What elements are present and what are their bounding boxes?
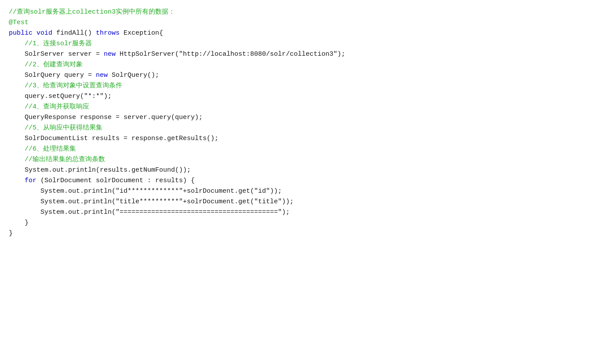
code-token <box>33 28 36 39</box>
code-token: System.out.println("title**********"+sol… <box>40 197 294 207</box>
code-line: System.out.println("title**********"+sol… <box>9 197 590 207</box>
code-block: //查询solr服务器上collection3实例中所有的数据：@Testpub… <box>9 7 590 364</box>
code-token: void <box>36 28 52 39</box>
code-line: //2、创建查询对象 <box>9 60 590 70</box>
code-token: //6、处理结果集 <box>25 144 76 155</box>
code-line: System.out.println("id*************"+sol… <box>9 186 590 197</box>
code-token: //输出结果集的总查询条数 <box>25 155 105 165</box>
indent <box>9 91 25 102</box>
code-token: throws <box>96 28 120 39</box>
code-token: } <box>9 228 13 239</box>
code-token: SolrQuery(); <box>108 70 159 81</box>
code-line: SolrServer server = new HttpSolrServer("… <box>9 49 590 60</box>
code-token: //1、连接solr服务器 <box>25 39 92 49</box>
indent <box>9 60 25 70</box>
code-token: QueryResponse response = server.query(qu… <box>25 112 203 123</box>
indent <box>9 144 25 155</box>
code-token: (SolrDocument solrDocument : results) { <box>36 176 195 186</box>
code-token: System.out.println(results.getNumFound()… <box>25 165 191 176</box>
code-line: SolrDocumentList results = response.getR… <box>9 133 590 144</box>
indent <box>9 112 25 123</box>
code-line: public void findAll() throws Exception{ <box>9 28 590 39</box>
indent <box>9 207 40 218</box>
code-token: SolrQuery query = <box>25 70 96 81</box>
code-token: new <box>104 49 116 60</box>
code-token: findAll() <box>52 28 96 39</box>
code-line: query.setQuery("*:*"); <box>9 91 590 102</box>
code-line: } <box>9 228 590 239</box>
code-token: HttpSolrServer("http://localhost:8080/so… <box>116 49 345 60</box>
indent <box>9 155 25 165</box>
code-token: //查询solr服务器上collection3实例中所有的数据： <box>9 7 175 18</box>
code-token: query.setQuery("*:*"); <box>25 91 112 102</box>
code-line: //5、从响应中获得结果集 <box>9 123 590 133</box>
code-token: @Test <box>9 18 29 28</box>
indent <box>9 39 25 49</box>
code-line: //查询solr服务器上collection3实例中所有的数据： <box>9 7 590 18</box>
code-token: //5、从响应中获得结果集 <box>25 123 102 133</box>
indent <box>9 102 25 112</box>
code-line: //6、处理结果集 <box>9 144 590 155</box>
code-token: System.out.println("id*************"+sol… <box>40 186 282 197</box>
indent <box>9 197 40 207</box>
indent <box>9 176 25 186</box>
code-token: //2、创建查询对象 <box>25 60 83 70</box>
code-token: new <box>96 70 108 81</box>
indent <box>9 123 25 133</box>
code-token: System.out.println("====================… <box>40 207 290 218</box>
code-line: System.out.println("====================… <box>9 207 590 218</box>
indent <box>9 81 25 91</box>
code-line: @Test <box>9 18 590 28</box>
code-line: for (SolrDocument solrDocument : results… <box>9 176 590 186</box>
code-token: Exception{ <box>120 28 163 39</box>
code-line: QueryResponse response = server.query(qu… <box>9 112 590 123</box>
code-token: SolrServer server = <box>25 49 104 60</box>
indent <box>9 165 25 176</box>
code-line: System.out.println(results.getNumFound()… <box>9 165 590 176</box>
code-token: //4、查询并获取响应 <box>25 102 89 112</box>
code-line: //1、连接solr服务器 <box>9 39 590 49</box>
code-token: //3、给查询对象中设置查询条件 <box>25 81 122 91</box>
code-line: //3、给查询对象中设置查询条件 <box>9 81 590 91</box>
code-line: //输出结果集的总查询条数 <box>9 155 590 165</box>
code-token: } <box>25 218 29 228</box>
indent <box>9 49 25 60</box>
indent <box>9 186 40 197</box>
code-token: public <box>9 28 33 39</box>
code-line: } <box>9 218 590 228</box>
code-line: //4、查询并获取响应 <box>9 102 590 112</box>
indent <box>9 133 25 144</box>
code-line: SolrQuery query = new SolrQuery(); <box>9 70 590 81</box>
indent <box>9 218 25 228</box>
code-token: SolrDocumentList results = response.getR… <box>25 133 219 144</box>
code-token: for <box>25 176 36 186</box>
indent <box>9 70 25 81</box>
